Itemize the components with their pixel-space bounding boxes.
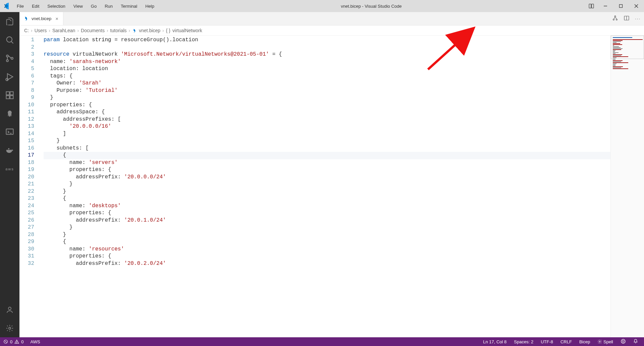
minimap[interactable] (610, 36, 644, 337)
status-ln-col[interactable]: Ln 17, Col 8 (480, 339, 509, 344)
bicep-file-icon (132, 27, 137, 33)
menu-help[interactable]: Help (142, 2, 158, 10)
search-icon[interactable] (0, 31, 19, 49)
tab-bar: vnet.bicep × ··· (19, 12, 644, 25)
octopus-icon[interactable] (0, 104, 19, 123)
code-content[interactable]: param location string = resourceGroup().… (39, 36, 610, 337)
svg-point-8 (6, 55, 8, 57)
crumb-part[interactable]: C: (24, 28, 29, 33)
aws-icon[interactable]: aws (0, 160, 19, 178)
svg-rect-16 (10, 96, 13, 99)
accounts-icon[interactable] (0, 300, 19, 319)
status-lang[interactable]: Bicep (577, 339, 593, 344)
svg-point-6 (7, 37, 12, 42)
split-editor-icon[interactable] (624, 15, 630, 22)
more-actions-icon[interactable]: ··· (635, 16, 641, 21)
svg-rect-0 (589, 4, 591, 8)
status-bell-icon[interactable] (631, 339, 641, 345)
breadcrumb[interactable]: C:› Users› SarahLean› Documents› tutoria… (19, 25, 644, 36)
status-bar: 0 0 AWS Ln 17, Col 8 Spaces: 2 UTF-8 CRL… (0, 337, 644, 346)
menu-run[interactable]: Run (101, 2, 116, 10)
tab-close-icon[interactable]: × (54, 16, 60, 21)
svg-point-34 (599, 341, 601, 342)
source-control-icon[interactable] (0, 49, 19, 67)
maximize-button[interactable] (613, 0, 629, 12)
tab-label: vnet.bicep (32, 16, 51, 21)
menu-bar: File Edit Selection View Go Run Terminal… (13, 2, 158, 10)
crumb-part[interactable]: Documents (81, 28, 105, 33)
layout-icon[interactable] (585, 3, 598, 9)
svg-rect-3 (620, 5, 623, 8)
svg-line-7 (11, 41, 13, 43)
symbol-object-icon: { } (166, 28, 170, 33)
minimize-button[interactable] (598, 0, 613, 12)
svg-point-36 (622, 341, 623, 341)
menu-view[interactable]: View (70, 2, 86, 10)
status-problems[interactable]: 0 0 (0, 339, 27, 344)
svg-point-10 (11, 57, 13, 59)
bicep-file-icon (23, 16, 29, 21)
crumb-symbol[interactable]: virtualNetwork (172, 28, 202, 33)
settings-gear-icon[interactable] (0, 319, 19, 337)
svg-rect-14 (10, 92, 13, 95)
extensions-icon[interactable] (0, 86, 19, 104)
status-aws[interactable]: AWS (27, 339, 43, 344)
docker-icon[interactable] (0, 141, 19, 160)
vscode-logo-icon (0, 3, 13, 9)
menu-file[interactable]: File (13, 2, 27, 10)
status-spaces[interactable]: Spaces: 2 (511, 339, 536, 344)
title-bar: File Edit Selection View Go Run Terminal… (0, 0, 644, 12)
svg-point-24 (9, 327, 11, 329)
svg-line-31 (5, 341, 7, 343)
editor-area[interactable]: 1234567891011121314151617181920212223242… (19, 36, 644, 337)
svg-rect-1 (592, 4, 594, 8)
window-title: vnet.bicep - Visual Studio Code (158, 4, 585, 9)
explorer-icon[interactable] (0, 12, 19, 31)
svg-rect-15 (6, 96, 9, 99)
status-spell[interactable]: Spell (595, 339, 616, 344)
visualizer-icon[interactable] (612, 15, 618, 22)
svg-point-23 (8, 307, 11, 310)
crumb-part[interactable]: tutorials (110, 28, 127, 33)
menu-terminal[interactable]: Terminal (117, 2, 141, 10)
menu-selection[interactable]: Selection (44, 2, 68, 10)
activity-bar: aws (0, 12, 19, 337)
tab-vnet-bicep[interactable]: vnet.bicep × (19, 12, 63, 25)
run-debug-icon[interactable] (0, 67, 19, 86)
svg-point-33 (17, 343, 17, 343)
svg-rect-13 (6, 92, 9, 95)
svg-point-9 (6, 60, 8, 62)
svg-point-35 (621, 339, 625, 343)
crumb-part[interactable]: SarahLean (52, 28, 75, 33)
status-feedback-icon[interactable] (618, 339, 629, 345)
close-button[interactable] (629, 0, 644, 12)
line-gutter: 1234567891011121314151617181920212223242… (19, 36, 39, 337)
window-controls (598, 0, 644, 12)
status-encoding[interactable]: UTF-8 (538, 339, 556, 344)
menu-edit[interactable]: Edit (29, 2, 43, 10)
remote-shell-icon[interactable] (0, 123, 19, 141)
svg-point-37 (624, 341, 624, 341)
svg-rect-22 (8, 148, 9, 150)
crumb-part[interactable]: Users (35, 28, 47, 33)
crumb-file[interactable]: vnet.bicep (139, 28, 160, 33)
menu-go[interactable]: Go (88, 2, 100, 10)
status-eol[interactable]: CRLF (558, 339, 575, 344)
